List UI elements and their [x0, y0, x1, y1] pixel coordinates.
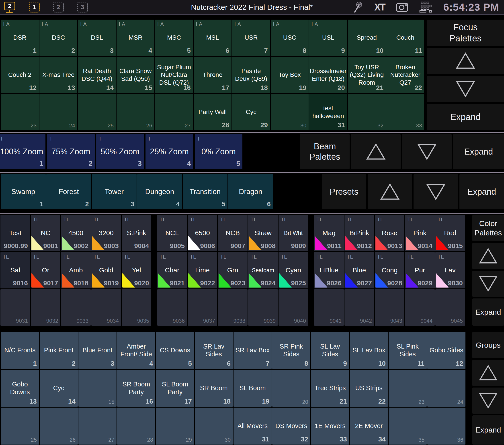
- group-tile[interactable]: 24: [427, 370, 466, 407]
- color-palette-tile[interactable]: TLStraw9008: [248, 215, 278, 251]
- focus-palette-tile[interactable]: LADSC2: [39, 19, 77, 56]
- display-tab-3[interactable]: 3: [77, 2, 88, 13]
- presets-button[interactable]: Presets: [322, 174, 366, 209]
- color-palette-tile[interactable]: 9032: [31, 289, 60, 326]
- preset-tile[interactable]: Swamp1: [1, 174, 46, 209]
- group-tile[interactable]: DS Movers32: [272, 408, 310, 445]
- color-palette-tile[interactable]: TLBrPink9012: [344, 215, 374, 251]
- color-palettes-button[interactable]: Color Palettes: [472, 215, 504, 241]
- color-palette-tile[interactable]: TLPink9014: [405, 215, 435, 251]
- color-palette-tile[interactable]: TLGold9019: [91, 252, 121, 288]
- color-palette-tile[interactable]: 9037: [188, 289, 217, 326]
- focus-palette-tile[interactable]: Pas de Deux (Q89)18: [232, 57, 270, 93]
- groups-scroll-down-button[interactable]: [472, 388, 504, 414]
- group-tile[interactable]: SR Boom Party16: [117, 370, 155, 407]
- group-tile[interactable]: Pink Front2: [40, 332, 78, 369]
- focus-palette-tile[interactable]: Toy USR (Q32) Living Room21: [348, 57, 386, 93]
- beam-palette-tile[interactable]: T100% Zoom1: [0, 134, 45, 169]
- color-palette-tile[interactable]: 9041: [314, 289, 344, 326]
- color-palette-tile[interactable]: TLS.Pink9004: [122, 215, 151, 251]
- group-tile[interactable]: CS Downs5: [156, 332, 194, 369]
- focus-palette-tile[interactable]: LAMSC5: [155, 19, 193, 56]
- group-tile[interactable]: Tree Strips21: [311, 370, 349, 407]
- color-palette-tile[interactable]: 9036: [157, 289, 187, 326]
- focus-palette-tile[interactable]: test halloweeen31: [309, 94, 347, 130]
- focus-palette-tile[interactable]: Cyc29: [232, 94, 270, 130]
- focus-palette-tile[interactable]: 30: [271, 94, 309, 130]
- focus-palette-tile[interactable]: Throne17: [194, 57, 232, 93]
- focus-palettes-button[interactable]: Focus Palettes: [427, 19, 504, 46]
- focus-palette-tile[interactable]: 24: [39, 94, 77, 130]
- beam-palettes-button[interactable]: Beam Palettes: [300, 134, 350, 169]
- group-tile[interactable]: 29: [156, 408, 194, 445]
- monitor-display-icon[interactable]: 2: [4, 1, 16, 13]
- color-palette-tile[interactable]: 9040: [279, 289, 308, 326]
- focus-palette-tile[interactable]: LAUSC8: [271, 19, 309, 56]
- group-tile[interactable]: 30: [195, 408, 233, 445]
- group-tile[interactable]: SL Lav Sides9: [311, 332, 349, 369]
- focus-palette-tile[interactable]: Rat Death DSC (Q44)14: [78, 57, 116, 93]
- beam-expand-button[interactable]: Expand: [453, 134, 504, 169]
- color-palette-tile[interactable]: TLRed9015: [435, 215, 465, 251]
- color-palette-tile[interactable]: TLLav9030: [435, 252, 465, 288]
- focus-palette-tile[interactable]: Broken Nutcracker Q2722: [386, 57, 424, 93]
- group-tile[interactable]: All Movers31: [234, 408, 272, 445]
- focus-expand-button[interactable]: Expand: [427, 104, 504, 130]
- color-palette-tile[interactable]: 9034: [91, 289, 121, 326]
- group-tile[interactable]: 36: [427, 408, 466, 445]
- group-tile[interactable]: US Strips22: [350, 370, 388, 407]
- presets-expand-button[interactable]: Expand: [459, 174, 504, 209]
- color-palette-tile[interactable]: 9038: [218, 289, 248, 326]
- color-palette-tile[interactable]: TLGrn9023: [218, 252, 248, 288]
- keyboard-icon[interactable]: [419, 1, 432, 13]
- focus-palette-tile[interactable]: Party Wall28: [194, 94, 232, 130]
- focus-palette-tile[interactable]: Couch11: [386, 19, 424, 56]
- focus-scroll-down-button[interactable]: [427, 76, 504, 102]
- focus-palette-tile[interactable]: 23: [1, 94, 39, 130]
- focus-palette-tile[interactable]: Clara Snow Sad (Q50)15: [117, 57, 154, 93]
- display-tab-1[interactable]: 1: [29, 2, 40, 13]
- focus-palette-tile[interactable]: LAMSL6: [194, 19, 232, 56]
- xt-logo-icon[interactable]: XT: [374, 1, 385, 13]
- color-palette-tile[interactable]: TLSal9016: [0, 252, 30, 288]
- beam-palette-tile[interactable]: T0% Zoom5: [195, 134, 242, 169]
- color-palette-tile[interactable]: TL45009002: [61, 215, 91, 251]
- color-palette-tile[interactable]: 9044: [405, 289, 435, 326]
- group-tile[interactable]: SL Boom Party17: [156, 370, 194, 407]
- focus-palette-tile[interactable]: Sugar Plium Nut/Clara DSL (Q72)16: [155, 57, 193, 93]
- focus-palette-tile[interactable]: Drosselmeier Enter (Q18)20: [309, 57, 347, 93]
- group-tile[interactable]: N/C Fronts1: [1, 332, 39, 369]
- group-tile[interactable]: Cyc14: [40, 370, 78, 407]
- group-tile[interactable]: SL Boom19: [234, 370, 272, 407]
- wand-icon[interactable]: [353, 1, 363, 13]
- color-palette-tile[interactable]: TLYel9020: [122, 252, 151, 288]
- group-tile[interactable]: 15: [78, 370, 117, 407]
- group-tile[interactable]: Blue Front3: [78, 332, 117, 369]
- preset-tile[interactable]: Transition5: [183, 174, 228, 209]
- focus-palette-tile[interactable]: LAUSL9: [309, 19, 347, 56]
- color-palette-tile[interactable]: TLCyan9025: [279, 252, 308, 288]
- focus-palette-tile[interactable]: Toy Box19: [271, 57, 309, 93]
- group-tile[interactable]: 35: [389, 408, 427, 445]
- color-palette-tile[interactable]: TLOr9017: [31, 252, 60, 288]
- focus-palette-tile[interactable]: 25: [78, 94, 116, 130]
- color-palette-tile[interactable]: TLLime9022: [188, 252, 217, 288]
- focus-palette-tile[interactable]: 32: [348, 94, 386, 130]
- color-palette-tile[interactable]: TLAmb9018: [61, 252, 91, 288]
- beam-palette-tile[interactable]: T50% Zoom3: [96, 134, 144, 169]
- presets-scroll-down-button[interactable]: [414, 174, 458, 209]
- group-tile[interactable]: SR Lav Box7: [234, 332, 272, 369]
- focus-palette-tile[interactable]: Couch 212: [1, 57, 39, 93]
- group-tile[interactable]: Amber Front/ Side4: [117, 332, 155, 369]
- color-palette-tile[interactable]: TLCong9028: [375, 252, 404, 288]
- group-tile[interactable]: SL Lav Box10: [350, 332, 388, 369]
- group-tile[interactable]: 1E Movers33: [311, 408, 349, 445]
- group-tile[interactable]: 28: [117, 408, 155, 445]
- groups-button[interactable]: Groups: [472, 332, 504, 358]
- color-palette-tile[interactable]: 9035: [122, 289, 151, 326]
- color-palette-tile[interactable]: TLRose9013: [375, 215, 404, 251]
- color-palette-tile[interactable]: TLBrt Wht9009: [279, 215, 308, 251]
- color-palette-tile[interactable]: TLNC9001: [31, 215, 60, 251]
- preset-tile[interactable]: Forest2: [46, 174, 91, 209]
- focus-palette-tile[interactable]: LADSR1: [1, 19, 39, 56]
